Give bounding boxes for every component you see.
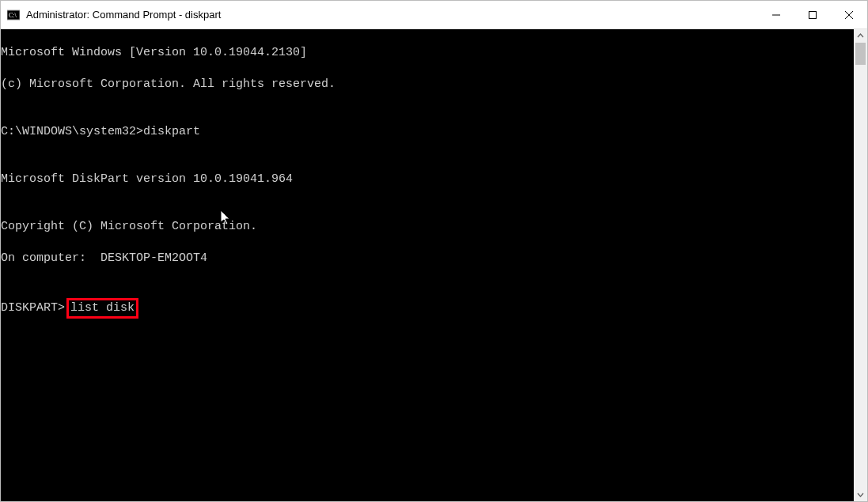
output-line: Copyright (C) Microsoft Corporation.	[1, 219, 854, 235]
prompt-line: C:\WINDOWS\system32>diskpart	[1, 124, 854, 140]
minimize-button[interactable]	[758, 1, 794, 28]
vertical-scrollbar[interactable]	[854, 29, 867, 501]
cmd-icon: C:\	[7, 9, 20, 21]
window-controls	[758, 1, 867, 28]
titlebar[interactable]: C:\ Administrator: Command Prompt - disk…	[1, 1, 867, 29]
scrollbar-track[interactable]	[854, 43, 867, 488]
maximize-button[interactable]	[794, 1, 831, 28]
scroll-down-button[interactable]	[854, 488, 867, 501]
client-area: Microsoft Windows [Version 10.0.19044.21…	[1, 29, 867, 501]
close-button[interactable]	[831, 1, 867, 28]
svg-text:C:\: C:\	[9, 12, 17, 19]
prompt-path: C:\WINDOWS\system32>	[1, 125, 143, 138]
window-title: Administrator: Command Prompt - diskpart	[26, 9, 758, 21]
prompt-command: diskpart	[143, 125, 200, 138]
svg-rect-4	[809, 11, 817, 18]
output-line: Microsoft DiskPart version 10.0.19041.96…	[1, 172, 854, 187]
highlighted-command: list disk	[66, 298, 138, 319]
prompt-line: DISKPART>list disk	[1, 298, 854, 319]
output-line: Microsoft Windows [Version 10.0.19044.21…	[1, 45, 854, 61]
output-line: On computer: DESKTOP-EM2OOT4	[1, 251, 854, 266]
output-line: (c) Microsoft Corporation. All rights re…	[1, 77, 854, 92]
terminal-output[interactable]: Microsoft Windows [Version 10.0.19044.21…	[1, 29, 854, 501]
window-frame: C:\ Administrator: Command Prompt - disk…	[0, 0, 868, 502]
scroll-up-button[interactable]	[854, 29, 867, 43]
scrollbar-thumb[interactable]	[855, 43, 866, 65]
diskpart-prompt: DISKPART>	[1, 301, 65, 315]
